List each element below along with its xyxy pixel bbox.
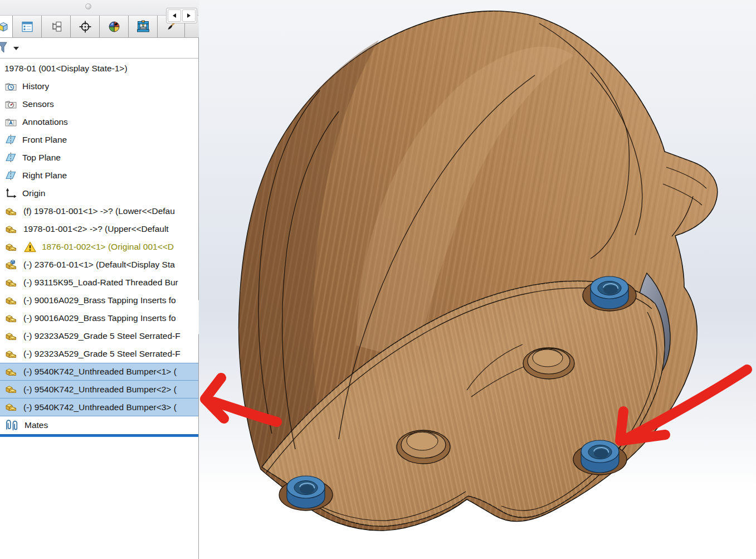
- propertymanager-icon: [21, 20, 34, 33]
- plane-icon: [4, 134, 17, 146]
- tree-item-90016a029-brass-tapping-inserts-fo[interactable]: (-) 90016A029_Brass Tapping Inserts fo: [0, 309, 198, 327]
- tree-item-label: 1876-01-002<1> (Original 001<<D: [42, 242, 174, 252]
- annotations-folder-icon: [4, 116, 17, 128]
- tree-item-9540k742-unthreaded-bumper-1[interactable]: (-) 9540K742_Unthreaded Bumper<1> (: [0, 363, 198, 381]
- tree-item-1876-01-002-1-original-001-d[interactable]: 1876-01-002<1> (Original 001<<D: [0, 238, 198, 256]
- tree-item-label: (-) 9540K742_Unthreaded Bumper<2> (: [23, 385, 177, 395]
- part-icon: [4, 312, 18, 325]
- tree-item-label: 1978-01-001<2> ->? (Upper<<Default: [23, 224, 169, 234]
- part-icon: [4, 294, 18, 307]
- part-icon: [4, 276, 18, 289]
- feature-manager-panel: 1978-01 (001<Display State-1>)HistorySen…: [0, 0, 199, 559]
- tree-root-label: 1978-01 (001<Display State-1>): [4, 64, 128, 74]
- tree-item-9540k742-unthreaded-bumper-3[interactable]: (-) 9540K742_Unthreaded Bumper<3> (: [0, 398, 198, 416]
- tree-item-label: Origin: [22, 188, 45, 198]
- tree-item-label: (-) 92323A529_Grade 5 Steel Serrated-F: [23, 349, 181, 359]
- cam-feature-manager-icon: [136, 20, 150, 34]
- boss-hole-upper: [523, 348, 574, 379]
- rollback-bar[interactable]: [0, 434, 198, 437]
- tree-item-label: Annotations: [22, 117, 68, 127]
- part-icon: [4, 205, 18, 218]
- tree-item-label: (-) 2376-01-01<1> (Default<Display Sta: [23, 260, 175, 270]
- tree-item-label: Mates: [25, 420, 48, 430]
- dimxpertmanager-icon: [78, 20, 92, 34]
- tree-item-front-plane[interactable]: Front Plane: [0, 131, 198, 149]
- panel-resize-grip-icon[interactable]: [85, 3, 91, 9]
- tree-item-label: (-) 90016A029_Brass Tapping Inserts fo: [23, 313, 176, 323]
- tree-item-right-plane[interactable]: Right Plane: [0, 167, 198, 184]
- tree-item-annotations[interactable]: Annotations: [0, 113, 198, 131]
- feature-tree: 1978-01 (001<Display State-1>)HistorySen…: [0, 60, 198, 434]
- tree-item-origin[interactable]: Origin: [0, 184, 198, 202]
- plane-icon: [4, 152, 17, 164]
- display-pane-flyout-icon[interactable]: [0, 38, 22, 59]
- tree-item-label: Sensors: [22, 99, 54, 109]
- part-icon: [4, 348, 18, 361]
- tab-propertymanager[interactable]: [13, 16, 42, 37]
- tab-cam-feature-manager[interactable]: [129, 16, 158, 37]
- scroll-left-icon[interactable]: [168, 9, 181, 22]
- sensors-folder-icon: [4, 98, 17, 110]
- tab-featuremanager-design-tree[interactable]: [0, 16, 13, 37]
- tree-item-label: Right Plane: [22, 171, 67, 181]
- configurationmanager-icon: [50, 20, 63, 33]
- mates-icon: [4, 419, 19, 432]
- tree-item-label: History: [22, 81, 49, 91]
- part-blue-icon: [4, 259, 18, 271]
- tree-root-assembly[interactable]: 1978-01 (001<Display State-1>): [0, 60, 198, 77]
- tree-item-9540k742-unthreaded-bumper-2[interactable]: (-) 9540K742_Unthreaded Bumper<2> (: [0, 381, 198, 398]
- tree-item-top-plane[interactable]: Top Plane: [0, 149, 198, 167]
- tree-item-label: (-) 93115K95_Load-Rated Threaded Bur: [23, 278, 178, 288]
- tree-item-label: (-) 9540K742_Unthreaded Bumper<3> (: [23, 402, 177, 412]
- tree-item-f-1978-01-001-1-lower-defau[interactable]: (f) 1978-01-001<1> ->? (Lower<<Defau: [0, 202, 198, 220]
- tab-dimxpertmanager[interactable]: [71, 16, 100, 37]
- part-icon: [4, 330, 18, 343]
- tree-item-mates[interactable]: Mates: [0, 416, 198, 434]
- tree-item-label: (-) 90016A029_Brass Tapping Inserts fo: [23, 295, 176, 305]
- origin-icon: [4, 187, 17, 200]
- cad-model: [199, 0, 756, 559]
- tree-item-history[interactable]: History: [0, 77, 198, 95]
- tree-item-sensors[interactable]: Sensors: [0, 95, 198, 113]
- tree-filter-row: [0, 38, 198, 59]
- part-icon: [4, 241, 18, 254]
- history-folder-icon: [4, 80, 17, 93]
- plane-icon: [4, 169, 17, 182]
- tab-displaymanager[interactable]: [100, 16, 129, 37]
- part-icon: [4, 366, 18, 378]
- part-icon: [4, 401, 18, 414]
- tree-item-2376-01-01-1-default-display-sta[interactable]: (-) 2376-01-01<1> (Default<Display Sta: [0, 256, 198, 274]
- tree-item-label: (f) 1978-01-001<1> ->? (Lower<<Defau: [23, 206, 175, 216]
- tree-item-label: Front Plane: [22, 135, 67, 145]
- tree-item-label: (-) 92323A529_Grade 5 Steel Serrated-F: [23, 331, 181, 341]
- warning-icon: [23, 241, 37, 253]
- tree-item-label: Top Plane: [22, 153, 61, 163]
- tree-item-label: (-) 9540K742_Unthreaded Bumper<1> (: [23, 367, 177, 377]
- scroll-right-icon[interactable]: [182, 9, 196, 22]
- tree-item-92323a529-grade-5-steel-serrated-f[interactable]: (-) 92323A529_Grade 5 Steel Serrated-F: [0, 345, 198, 363]
- boss-hole-lower: [397, 430, 450, 464]
- tab-scroll-buttons: [166, 8, 197, 23]
- displaymanager-icon: [107, 20, 121, 34]
- featuremanager-design-tree-icon: [2, 20, 10, 34]
- tree-item-90016a029-brass-tapping-inserts-fo[interactable]: (-) 90016A029_Brass Tapping Inserts fo: [0, 291, 198, 309]
- tree-item-1978-01-001-2-upper-default[interactable]: 1978-01-001<2> ->? (Upper<<Default: [0, 220, 198, 238]
- part-icon: [4, 383, 18, 396]
- graphics-viewport[interactable]: [199, 0, 756, 559]
- tree-item-93115k95-load-rated-threaded-bur[interactable]: (-) 93115K95_Load-Rated Threaded Bur: [0, 274, 198, 291]
- tree-item-92323a529-grade-5-steel-serrated-f[interactable]: (-) 92323A529_Grade 5 Steel Serrated-F: [0, 327, 198, 345]
- tab-configurationmanager[interactable]: [42, 16, 71, 37]
- part-icon: [4, 223, 18, 236]
